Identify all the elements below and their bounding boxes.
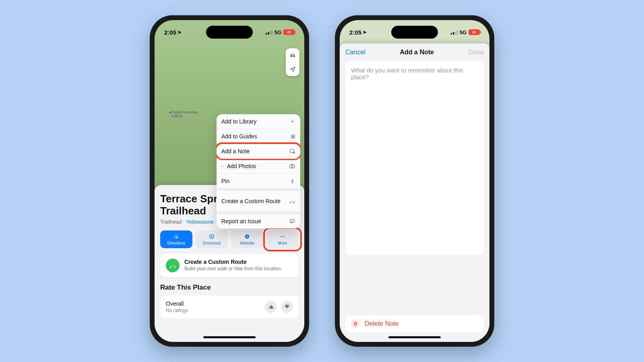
home-indicator [388, 336, 441, 338]
svg-point-16 [284, 236, 285, 237]
custom-route-title: Create a Custom Route [184, 259, 282, 265]
plus-icon: ＋ [290, 118, 295, 125]
note-textarea[interactable]: What do you want to remember about this … [345, 61, 484, 255]
directions-button[interactable]: Directions [160, 230, 192, 248]
drive-mode-button[interactable] [286, 48, 299, 62]
more-button[interactable]: More [266, 230, 299, 248]
place-region-link[interactable]: Yellowstone [186, 219, 214, 225]
menu-add-library[interactable]: Add to Library ＋ [217, 114, 300, 129]
locate-me-button[interactable] [286, 62, 299, 76]
menu-add-photos[interactable]: ›Add Photos [217, 158, 300, 173]
note-placeholder: What do you want to remember about this … [351, 67, 463, 80]
svg-point-18 [174, 266, 175, 267]
battery-icon: 20 [469, 29, 480, 35]
svg-point-1 [291, 56, 291, 56]
rate-overall-none: No ratings [166, 308, 188, 313]
network-label: 5G [460, 29, 466, 35]
phone-right: 2:05 ➤ 5G 20 Cancel Add a Note Done What… [335, 15, 494, 347]
svg-point-14 [281, 236, 281, 237]
thumbs-up-button[interactable] [265, 301, 277, 313]
thumbs-down-button[interactable] [281, 301, 293, 313]
camera-icon [289, 163, 295, 169]
delete-note-button[interactable]: Delete Note [345, 315, 484, 332]
svg-point-2 [294, 56, 294, 56]
svg-point-6 [291, 166, 293, 167]
rate-heading: Rate This Place [160, 284, 299, 292]
svg-point-11 [174, 234, 179, 239]
note-icon [289, 148, 295, 154]
status-time: 2:05 [164, 29, 176, 36]
svg-rect-5 [290, 165, 295, 168]
dynamic-island [391, 26, 438, 39]
home-indicator [203, 336, 256, 338]
menu-report-issue[interactable]: Report an Issue [217, 212, 300, 228]
done-button[interactable]: Done [469, 49, 484, 56]
more-menu: Add to Library ＋ Add to Guides ⊞ Add a N… [217, 114, 300, 228]
menu-add-guides[interactable]: Add to Guides ⊞ [217, 129, 300, 144]
phone-left: 2:05 ➤ 5G 20 Purple Mountain [150, 15, 309, 347]
network-label: 5G [275, 29, 281, 35]
pin-icon [289, 178, 295, 184]
location-arrow-icon: ➤ [178, 29, 182, 35]
trash-icon [351, 319, 360, 328]
svg-point-17 [170, 267, 171, 267]
rate-overall-label: Overall [166, 300, 188, 307]
download-button[interactable]: Download [196, 230, 228, 248]
svg-point-8 [294, 202, 295, 203]
cancel-button[interactable]: Cancel [345, 49, 365, 56]
map-poi-label: Purple Mountain 8,501ft [169, 111, 198, 119]
cellular-icon [451, 30, 458, 35]
location-arrow-icon: ➤ [363, 29, 367, 35]
rate-card: Overall No ratings [160, 296, 299, 318]
cellular-icon [266, 30, 272, 35]
website-button[interactable]: Website [231, 230, 263, 248]
note-title: Add a Note [400, 49, 434, 56]
chevron-right-icon: › [221, 164, 223, 169]
route-icon [289, 198, 295, 204]
report-icon [289, 218, 295, 224]
battery-icon: 20 [283, 29, 295, 35]
menu-custom-route[interactable]: Create a Custom Route [217, 188, 300, 212]
status-time: 2:05 [349, 29, 361, 36]
add-square-icon: ⊞ [291, 133, 295, 140]
add-note-panel: Cancel Add a Note Done What do you want … [340, 43, 489, 342]
menu-pin[interactable]: Pin [217, 173, 300, 188]
svg-point-15 [282, 236, 283, 237]
svg-point-10 [292, 221, 292, 222]
svg-point-7 [290, 202, 291, 203]
menu-add-note[interactable]: Add a Note [217, 144, 300, 158]
custom-route-body: Build your own walk or hike from this lo… [184, 266, 282, 272]
route-chip-icon [166, 259, 180, 272]
map-controls [286, 48, 299, 76]
custom-route-card[interactable]: Create a Custom Route Build your own wal… [160, 254, 299, 277]
dynamic-island [206, 26, 253, 39]
